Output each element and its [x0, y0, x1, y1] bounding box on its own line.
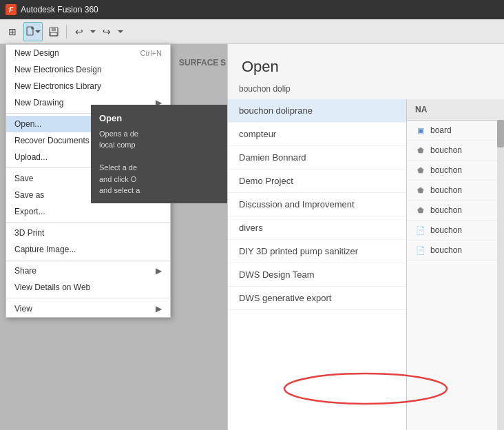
app-logo: F: [6, 4, 17, 15]
menu-share[interactable]: Share ▶: [6, 263, 170, 279]
project-item-7[interactable]: DWS Design Team: [228, 263, 406, 287]
menu-capture-image[interactable]: Capture Image...: [6, 241, 170, 258]
menu-open-label: Open...: [14, 119, 41, 129]
project-item-0[interactable]: bouchon doliprane: [228, 99, 406, 123]
open-tooltip-text: Opens a de local comp Select a de and cl…: [99, 128, 219, 196]
grid-button[interactable]: ⊞: [3, 22, 22, 41]
separator-3: [6, 222, 170, 223]
s-label: S: [220, 58, 226, 68]
scrollbar-thumb[interactable]: [497, 120, 504, 147]
menu-view-arrow: ▶: [156, 304, 162, 314]
redo-button[interactable]: ↪: [97, 22, 116, 41]
undo-dropdown-icon: [90, 27, 96, 37]
menu-view-label: View: [14, 304, 32, 314]
project-item-8[interactable]: DWS generative export: [228, 287, 406, 310]
svg-marker-7: [90, 30, 96, 33]
current-project-label: bouchon dolip: [239, 84, 291, 94]
titlebar: F Autodesk Fusion 360: [0, 0, 504, 19]
divider: [66, 25, 67, 39]
menu-new-electronics-library[interactable]: New Electronics Library: [6, 78, 170, 94]
menu-export[interactable]: Export...: [6, 203, 170, 220]
files-header: NA: [407, 99, 504, 121]
open-tooltip: Open Opens a de local comp Select a de a…: [91, 105, 227, 203]
menu-new-design-label: New Design: [14, 48, 59, 58]
files-panel: NA ▣ board ⬟ bouchon ⬟ bouchon ⬟ bouchon…: [407, 99, 504, 430]
project-breadcrumb: bouchon dolip: [228, 84, 504, 99]
menu-new-electronics-design[interactable]: New Electronics Design: [6, 61, 170, 78]
file-name-4: bouchon: [430, 205, 462, 215]
menu-capture-image-label: Capture Image...: [14, 245, 76, 254]
menu-save-label: Save: [14, 174, 33, 183]
file-name-3: bouchon: [430, 185, 462, 195]
project-item-1[interactable]: compteur: [228, 123, 406, 146]
menu-save-as-label: Save as: [14, 190, 44, 200]
file-item-2[interactable]: ⬟ bouchon: [407, 161, 504, 181]
shape-file-icon-4: ⬟: [415, 205, 426, 216]
svg-rect-6: [50, 32, 57, 36]
file-item-4[interactable]: ⬟ bouchon: [407, 201, 504, 221]
file-item-6[interactable]: 📄 bouchon: [407, 240, 504, 260]
menu-upload-label: Upload...: [14, 152, 48, 162]
file-name-1: bouchon: [430, 145, 462, 155]
menu-new-drawing-label: New Drawing: [14, 98, 63, 108]
file-name-board: board: [430, 125, 452, 135]
surface-label: SURFACE: [179, 58, 218, 68]
file-button[interactable]: [23, 22, 43, 41]
menu-3d-print-label: 3D Print: [14, 228, 44, 238]
toolbar: ⊞ ↩ ↪: [0, 19, 504, 44]
menu-view[interactable]: View ▶: [6, 300, 170, 317]
projects-list: bouchon doliprane compteur Damien Bonnar…: [228, 99, 407, 430]
doc-file-icon-5: 📄: [415, 225, 426, 236]
open-panel-title: Open: [228, 44, 504, 84]
project-item-3[interactable]: Demo Project: [228, 170, 406, 193]
logo-letter: F: [9, 6, 13, 14]
menu-3d-print[interactable]: 3D Print: [6, 225, 170, 241]
separator-5: [6, 298, 170, 298]
open-tooltip-title: Open: [99, 112, 219, 125]
doc-file-icon-6: 📄: [415, 245, 426, 256]
file-item-board[interactable]: ▣ board: [407, 121, 504, 141]
save-icon: [48, 26, 59, 37]
file-item-3[interactable]: ⬟ bouchon: [407, 181, 504, 201]
separator-4: [6, 260, 170, 260]
file-item-5[interactable]: 📄 bouchon: [407, 221, 504, 240]
menu-share-label: Share: [14, 266, 36, 276]
undo-button[interactable]: ↩: [70, 22, 89, 41]
project-item-6[interactable]: DIY 3D printed pump sanitizer: [228, 240, 406, 263]
menu-new-electronics-library-label: New Electronics Library: [14, 81, 101, 91]
svg-marker-3: [35, 30, 41, 33]
projects-container: bouchon doliprane compteur Damien Bonnar…: [228, 99, 504, 430]
shape-file-icon-2: ⬟: [415, 165, 426, 176]
menu-new-electronics-design-label: New Electronics Design: [14, 65, 102, 74]
open-panel: Open bouchon dolip bouchon doliprane com…: [227, 44, 504, 430]
dropdown-arrow-icon: [35, 29, 41, 34]
menu-view-details[interactable]: View Details on Web: [6, 279, 170, 296]
project-item-2[interactable]: Damien Bonnard: [228, 146, 406, 170]
svg-rect-5: [52, 28, 56, 31]
menu-new-design[interactable]: New Design Ctrl+N: [6, 45, 170, 61]
menu-new-design-shortcut: Ctrl+N: [140, 49, 162, 57]
shape-file-icon-3: ⬟: [415, 185, 426, 196]
file-name-6: bouchon: [430, 245, 462, 255]
project-item-4[interactable]: Discussion and Improvement: [228, 193, 406, 216]
scrollbar-track: [497, 120, 504, 430]
file-item-1[interactable]: ⬟ bouchon: [407, 141, 504, 161]
file-name-5: bouchon: [430, 225, 462, 235]
file-name-2: bouchon: [430, 165, 462, 175]
menu-export-label: Export...: [14, 207, 45, 216]
board-file-icon: ▣: [415, 125, 426, 136]
save-button[interactable]: [44, 22, 63, 41]
app-title: Autodesk Fusion 360: [21, 5, 98, 14]
redo-dropdown-icon: [118, 27, 123, 37]
shape-file-icon-1: ⬟: [415, 145, 426, 156]
project-item-5[interactable]: divers: [228, 216, 406, 240]
svg-rect-0: [27, 27, 33, 35]
menu-share-arrow: ▶: [156, 266, 162, 276]
svg-marker-8: [118, 30, 123, 33]
menu-view-details-label: View Details on Web: [14, 283, 90, 292]
